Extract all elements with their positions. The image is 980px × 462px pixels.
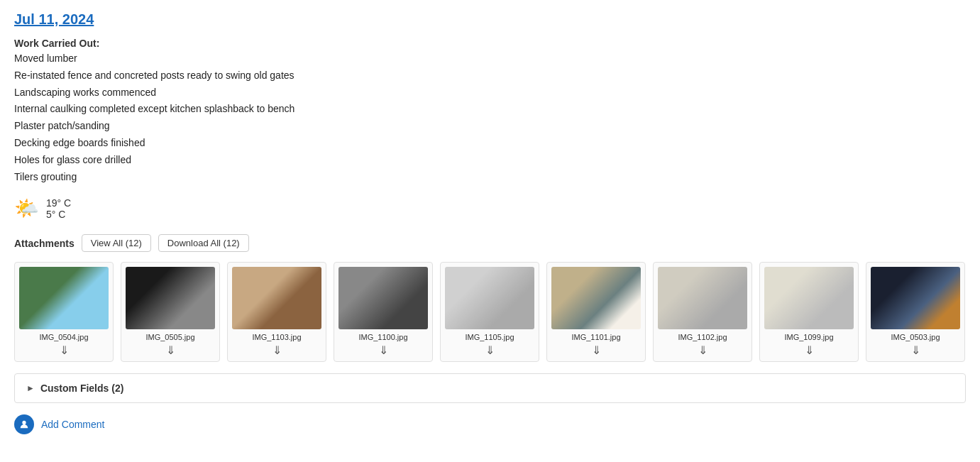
attachments-label: Attachments [14,238,75,249]
attachment-thumbnail [445,267,534,329]
work-item: Moved lumber [14,50,966,67]
download-icon[interactable]: ⇓ [698,343,708,357]
work-item: Internal caulking completed except kitch… [14,101,966,118]
weather-temps: 19° C 5° C [46,197,71,220]
work-item: Decking edge boards finished [14,135,966,152]
add-comment-link[interactable]: Add Comment [41,419,104,430]
attachment-item[interactable]: IMG_1105.jpg⇓ [440,262,539,362]
attachment-name: IMG_1102.jpg [678,333,727,341]
work-item: Holes for glass core drilled [14,152,966,169]
attachment-thumbnail [126,267,215,329]
attachment-name: IMG_1101.jpg [571,333,620,341]
custom-fields-section: ► Custom Fields (2) [14,373,966,403]
work-item: Tilers grouting [14,169,966,186]
attachment-name: IMG_1099.jpg [784,333,833,341]
attachment-name: IMG_0504.jpg [39,333,88,341]
download-icon[interactable]: ⇓ [592,343,601,357]
date-link[interactable]: Jul 11, 2024 [14,11,94,28]
chevron-right-icon: ► [26,383,35,393]
download-icon[interactable]: ⇓ [805,343,814,357]
attachment-name: IMG_1100.jpg [358,333,407,341]
work-item: Plaster patch/sanding [14,118,966,135]
svg-point-0 [22,421,26,424]
low-temp: 5° C [46,209,71,220]
attachment-item[interactable]: IMG_1103.jpg⇓ [227,262,326,362]
attachment-item[interactable]: IMG_0504.jpg⇓ [14,262,114,362]
attachment-thumbnail [338,267,428,329]
work-item: Re-instated fence and concreted posts re… [14,67,966,84]
weather-icon: 🌤️ [14,197,39,220]
avatar [14,414,34,434]
download-icon[interactable]: ⇓ [911,343,920,357]
attachment-item[interactable]: IMG_1099.jpg⇓ [759,262,859,362]
attachment-thumbnail [764,267,854,329]
attachment-item[interactable]: IMG_1101.jpg⇓ [546,262,646,362]
attachments-section: Attachments View All (12) Download All (… [14,234,966,362]
attachment-name: IMG_1105.jpg [465,333,514,341]
attachment-name: IMG_0505.jpg [145,333,194,341]
custom-fields-label: Custom Fields (2) [40,383,123,394]
download-icon[interactable]: ⇓ [166,343,175,357]
download-icon[interactable]: ⇓ [485,343,495,357]
attachment-name: IMG_0503.jpg [891,333,940,341]
work-section: Work Carried Out: Moved lumberRe-instate… [14,38,966,185]
custom-fields-header[interactable]: ► Custom Fields (2) [15,374,965,402]
download-all-button[interactable]: Download All (12) [158,234,249,252]
weather-section: 🌤️ 19° C 5° C [14,197,966,220]
download-icon[interactable]: ⇓ [272,343,282,357]
attachments-grid: IMG_0504.jpg⇓IMG_0505.jpg⇓IMG_1103.jpg⇓I… [14,262,966,362]
work-item: Landscaping works commenced [14,84,966,101]
attachment-item[interactable]: IMG_0505.jpg⇓ [121,262,220,362]
attachment-thumbnail [551,267,641,329]
view-all-button[interactable]: View All (12) [82,234,151,252]
download-icon[interactable]: ⇓ [379,343,388,357]
attachment-thumbnail [19,267,109,329]
download-icon[interactable]: ⇓ [60,343,69,357]
attachment-item[interactable]: IMG_1100.jpg⇓ [334,262,433,362]
add-comment-section: Add Comment [14,414,966,434]
attachment-item[interactable]: IMG_1102.jpg⇓ [653,262,752,362]
work-label: Work Carried Out: [14,38,966,49]
attachment-thumbnail [658,267,747,329]
attachment-thumbnail [871,267,960,329]
attachments-header: Attachments View All (12) Download All (… [14,234,966,252]
attachment-thumbnail [232,267,321,329]
high-temp: 19° C [46,197,71,209]
attachment-item[interactable]: IMG_0503.jpg⇓ [866,262,965,362]
attachment-name: IMG_1103.jpg [252,333,301,341]
